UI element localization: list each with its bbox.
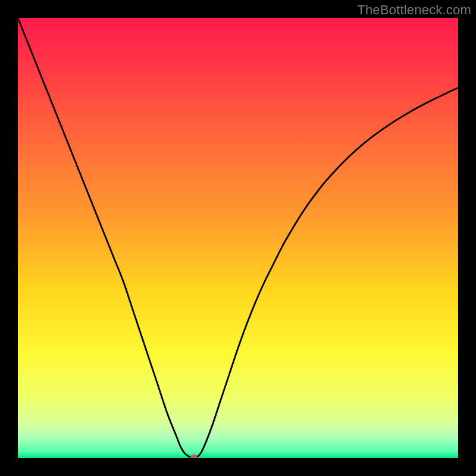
- chart-container: TheBottleneck.com: [0, 0, 476, 476]
- plot-area: [18, 18, 458, 458]
- chart-svg: [18, 18, 458, 458]
- gradient-background: [18, 18, 458, 458]
- watermark-text: TheBottleneck.com: [357, 2, 471, 18]
